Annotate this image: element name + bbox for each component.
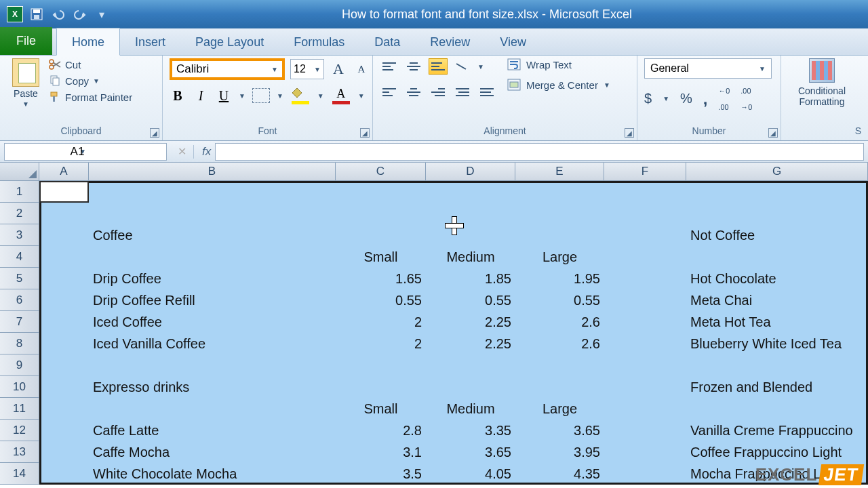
- formula-input[interactable]: [215, 143, 864, 161]
- chevron-down-icon[interactable]: ▼: [277, 92, 283, 100]
- clipboard-dialog-launcher[interactable]: ◢: [150, 128, 159, 138]
- font-color-button[interactable]: A: [331, 87, 351, 104]
- align-bottom-button[interactable]: [429, 58, 448, 75]
- copy-button[interactable]: Copy ▼: [49, 75, 132, 87]
- cut-button[interactable]: Cut: [49, 58, 132, 70]
- increase-indent-button[interactable]: [477, 84, 496, 100]
- increase-decimal-button[interactable]: ←0.00: [719, 87, 730, 111]
- comma-button[interactable]: ,: [703, 89, 708, 108]
- cell[interactable]: Medium: [426, 398, 515, 420]
- cell[interactable]: 4.35: [515, 463, 604, 485]
- cell[interactable]: Expresso drinks: [89, 376, 336, 398]
- shrink-font-button[interactable]: A: [353, 60, 370, 78]
- italic-button[interactable]: I: [193, 88, 209, 104]
- col-header-F[interactable]: F: [604, 163, 686, 180]
- align-top-button[interactable]: [380, 58, 399, 75]
- alignment-dialog-launcher[interactable]: ◢: [625, 128, 634, 138]
- cancel-formula-icon[interactable]: ✕: [178, 145, 186, 158]
- cell[interactable]: Drip Coffee: [89, 268, 336, 289]
- merge-center-button[interactable]: Merge & Center ▼: [507, 79, 610, 91]
- cell[interactable]: Small: [336, 246, 426, 268]
- underline-button[interactable]: U: [216, 88, 232, 104]
- tab-file[interactable]: File: [0, 27, 52, 55]
- cell[interactable]: 4.05: [426, 463, 515, 485]
- cell[interactable]: Coffee: [89, 224, 336, 246]
- align-left-button[interactable]: [380, 84, 399, 100]
- cell[interactable]: 2.6: [515, 333, 604, 354]
- cell[interactable]: 3.1: [336, 441, 426, 463]
- cell[interactable]: Iced Coffee: [89, 311, 336, 333]
- cell[interactable]: 1.85: [426, 268, 515, 289]
- chevron-down-icon[interactable]: ▼: [358, 92, 365, 100]
- cell[interactable]: Iced Vanilla Coffee: [89, 333, 336, 354]
- chevron-down-icon[interactable]: ▼: [663, 95, 669, 102]
- row-header-12[interactable]: 12: [0, 420, 39, 441]
- cells-area[interactable]: CoffeeNot Coffee SmallMediumLarge Drip C…: [39, 181, 868, 485]
- cell[interactable]: White Chocolate Mocha: [89, 463, 336, 485]
- cell[interactable]: Coffee Frappuccino Light: [686, 441, 868, 463]
- cell[interactable]: 3.65: [426, 441, 515, 463]
- row-header-14[interactable]: 14: [0, 463, 39, 485]
- cell[interactable]: 1.95: [515, 268, 604, 289]
- cell[interactable]: 0.55: [515, 289, 604, 311]
- active-cell-A1[interactable]: [39, 181, 89, 203]
- cell[interactable]: 2.25: [426, 333, 515, 354]
- cell[interactable]: 3.5: [336, 463, 426, 485]
- cell[interactable]: 3.35: [426, 420, 515, 441]
- fill-color-button[interactable]: [290, 87, 311, 104]
- tab-data[interactable]: Data: [359, 28, 415, 55]
- cell[interactable]: Caffe Mocha: [89, 441, 336, 463]
- tab-home[interactable]: Home: [56, 28, 120, 56]
- cell[interactable]: 2: [336, 311, 426, 333]
- cell[interactable]: Not Coffee: [686, 224, 868, 246]
- font-dialog-launcher[interactable]: ◢: [360, 128, 370, 138]
- align-center-button[interactable]: [404, 84, 423, 100]
- chevron-down-icon[interactable]: ▼: [317, 92, 324, 100]
- col-header-B[interactable]: B: [89, 163, 336, 180]
- col-header-D[interactable]: D: [426, 163, 515, 180]
- row-header-9[interactable]: 9: [0, 354, 39, 376]
- select-all-corner[interactable]: [0, 163, 39, 180]
- cell[interactable]: 1.65: [336, 268, 426, 289]
- cell[interactable]: 2.25: [426, 311, 515, 333]
- qat-customize-icon[interactable]: ▾: [92, 5, 111, 24]
- row-header-2[interactable]: 2: [0, 203, 39, 224]
- borders-button[interactable]: [252, 88, 270, 103]
- cell[interactable]: Large: [515, 246, 604, 268]
- cell[interactable]: 0.55: [336, 289, 426, 311]
- row-header-1[interactable]: 1: [0, 181, 39, 203]
- cell[interactable]: Meta Hot Tea: [686, 311, 868, 333]
- row-header-3[interactable]: 3: [0, 224, 39, 246]
- row-header-4[interactable]: 4: [0, 246, 39, 268]
- cell[interactable]: 2.8: [336, 420, 426, 441]
- row-header-13[interactable]: 13: [0, 441, 39, 463]
- tab-review[interactable]: Review: [415, 28, 485, 55]
- paste-button[interactable]: Paste ▼: [7, 58, 45, 108]
- orientation-button[interactable]: [453, 58, 472, 75]
- col-header-E[interactable]: E: [515, 163, 604, 180]
- name-box[interactable]: A1 ▼: [4, 143, 167, 161]
- cell[interactable]: Drip Coffee Refill: [89, 289, 336, 311]
- fx-icon[interactable]: fx: [193, 145, 211, 159]
- cell[interactable]: Frozen and Blended: [686, 376, 868, 398]
- col-header-A[interactable]: A: [39, 163, 89, 180]
- undo-icon[interactable]: [49, 5, 68, 24]
- excel-icon[interactable]: X: [5, 5, 24, 24]
- cell[interactable]: Small: [336, 398, 426, 420]
- cell[interactable]: 2: [336, 333, 426, 354]
- tab-formulas[interactable]: Formulas: [279, 28, 359, 55]
- font-size-combo[interactable]: 12 ▼: [290, 59, 324, 79]
- row-header-7[interactable]: 7: [0, 311, 39, 333]
- row-header-8[interactable]: 8: [0, 333, 39, 354]
- cell[interactable]: 3.65: [515, 420, 604, 441]
- font-name-combo[interactable]: Calibri ▼: [170, 58, 285, 80]
- cell[interactable]: 0.55: [426, 289, 515, 311]
- cell[interactable]: Large: [515, 398, 604, 420]
- cell[interactable]: 2.6: [515, 311, 604, 333]
- tab-page-layout[interactable]: Page Layout: [180, 28, 279, 55]
- grow-font-button[interactable]: A: [330, 60, 347, 78]
- cell[interactable]: Meta Chai: [686, 289, 868, 311]
- row-header-11[interactable]: 11: [0, 398, 39, 420]
- cell[interactable]: 3.95: [515, 441, 604, 463]
- cell[interactable]: Blueberry White Iced Tea: [686, 333, 868, 354]
